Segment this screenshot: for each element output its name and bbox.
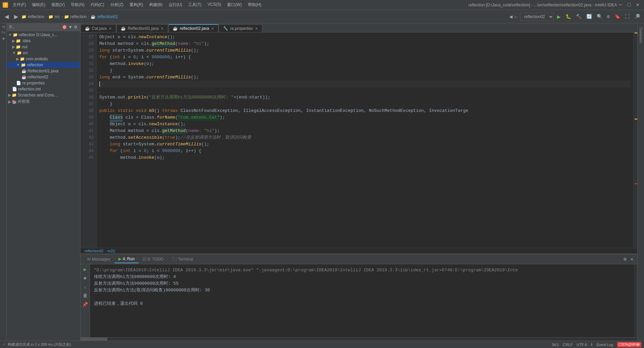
nav-back-button[interactable]: ◀: [3, 12, 11, 21]
tree-item-src[interactable]: ▼ 📁 src: [7, 50, 80, 56]
breadcrumb-src[interactable]: src: [55, 14, 60, 19]
run-scrollbar[interactable]: [634, 264, 637, 337]
hscroll-thumb[interactable]: [80, 338, 107, 341]
tab-close-r01[interactable]: ✕: [161, 26, 164, 31]
bc-m2[interactable]: m2(): [108, 249, 115, 253]
messages-label: Messages: [92, 257, 110, 262]
close-button[interactable]: ✕: [634, 2, 641, 8]
window-controls: ─ □ ✕: [617, 2, 641, 8]
menu-analyze[interactable]: 分析(Z): [108, 1, 126, 8]
code-editor[interactable]: 27 28 29 30 31 32 33 34 35 36 37 38 39 4…: [80, 32, 637, 248]
scroll-to-end-button[interactable]: ↓: [83, 283, 87, 291]
menu-file[interactable]: 文件(F): [10, 1, 29, 8]
tab-close-r02[interactable]: ✕: [211, 26, 214, 31]
encoding[interactable]: UTF-8: [577, 343, 587, 347]
menu-build[interactable]: 构建(B): [147, 1, 165, 8]
maximize-button[interactable]: □: [626, 2, 633, 8]
bookmark-button[interactable]: 🔖: [613, 13, 622, 20]
tree-item-reprops[interactable]: 📄 re.properties: [7, 80, 80, 86]
bc-reflection02[interactable]: reflection02: [85, 249, 104, 253]
menu-view[interactable]: 视图(V): [49, 1, 67, 8]
locate-icon[interactable]: 🎯: [62, 25, 67, 29]
bottom-tab-messages[interactable]: ✉ Messages: [83, 256, 114, 263]
tree-item-out[interactable]: ▶ 📁 out: [7, 44, 80, 50]
rerun-button[interactable]: ▶: [83, 266, 87, 273]
menu-edit[interactable]: 编辑(E): [29, 1, 48, 8]
line-separator[interactable]: CRLF: [563, 343, 573, 347]
settings-icon[interactable]: ⚙: [622, 256, 628, 263]
database-label[interactable]: Database: [638, 25, 644, 46]
tab-reflection02[interactable]: ☕ reflection02.java ✕: [168, 24, 218, 32]
tab-reflection01[interactable]: ☕ Reflection01.java ✕: [116, 24, 168, 32]
menu-run[interactable]: 运行(U): [166, 1, 185, 8]
notification-icon: ℹ: [591, 342, 592, 347]
gear-icon[interactable]: ⚙: [74, 25, 77, 29]
event-log[interactable]: Event Log: [596, 343, 613, 347]
breadcrumb-reflection2[interactable]: reflection: [70, 14, 87, 19]
tab-reprops[interactable]: 🔧 re.properties ✕: [219, 24, 262, 32]
nav-back-icon[interactable]: ◀: [509, 13, 513, 20]
tab-close-cat[interactable]: ✕: [109, 26, 112, 31]
left-side-panel: P Z ★: [0, 23, 7, 341]
run-horizontal-scrollbar[interactable]: [80, 337, 637, 341]
favorites-icon[interactable]: ★: [0, 35, 6, 42]
tab-close-prop[interactable]: ✕: [255, 26, 258, 31]
breadcrumb-file-icon: ☕: [91, 14, 96, 19]
collapse-icon[interactable]: ▼: [68, 25, 72, 29]
pin-output-button[interactable]: 📌: [81, 301, 89, 308]
tree-label-reprops: re.properties: [22, 81, 45, 85]
menu-refactor[interactable]: 重构(R): [127, 1, 146, 8]
menu-code[interactable]: 代码(C): [88, 1, 107, 8]
debug-button[interactable]: 🐛: [564, 13, 573, 20]
tab-cat-java[interactable]: ☕ Cat.java ✕: [80, 24, 116, 32]
toolbar-right: ◀ ▶ reflection02 ▶ 🐛 🔨 🔄 🔍 ⚙ 🔖 ⛶ 🔎: [509, 12, 641, 21]
tree-item-reflection[interactable]: ▼ 📁 reflection: [7, 62, 80, 68]
breadcrumb-file[interactable]: reflection02: [97, 14, 118, 19]
tree-label-out: out: [22, 45, 28, 49]
tree-item-external[interactable]: ▶ 📚 外部库: [7, 98, 80, 105]
todo-label: 6: TODO: [148, 257, 164, 262]
run-button[interactable]: ▶: [556, 12, 562, 21]
bottom-tab-terminal[interactable]: ⬛ Terminal: [168, 256, 197, 263]
tree-item-idea[interactable]: ▶ 📁 .idea: [7, 38, 80, 44]
bottom-tab-run[interactable]: ▶ 4: Run: [114, 255, 139, 263]
code-line-38: ● public static void m3() throws ClassNo…: [99, 108, 631, 114]
tree-item-reflection01[interactable]: ☕ Reflection01.java: [7, 68, 80, 74]
minimize-button[interactable]: ─: [617, 2, 624, 8]
run-output-line1: 传统方法调用hi方法90000000次用时: 4: [94, 274, 630, 280]
structure-icon[interactable]: Z: [0, 30, 6, 34]
cursor-position[interactable]: 34:1: [552, 343, 559, 347]
tree-item-scratches[interactable]: ▶ 📁 Scratches and Cons...: [7, 92, 80, 98]
tree-item-reflection02[interactable]: ☕ reflection02: [7, 74, 80, 80]
code-line-31: method.invoke(o);: [99, 61, 631, 67]
tree-item-reflection-root[interactable]: ▼ 📁 reflection D:\Java_c...: [7, 32, 80, 38]
nav-forward-button[interactable]: ▶: [12, 12, 20, 21]
breadcrumb-reflection-label[interactable]: reflection: [28, 14, 44, 19]
run-config-dropdown[interactable]: reflection02: [520, 13, 554, 21]
settings-button[interactable]: ⚙: [606, 13, 611, 20]
clear-output-button[interactable]: 🗑: [82, 292, 89, 299]
menu-help[interactable]: 帮助(H): [245, 1, 264, 8]
code-line-29: long start=System.currentTimeMillis();: [99, 47, 631, 54]
search-button[interactable]: 🔎: [633, 13, 641, 20]
build-button[interactable]: 🔨: [575, 13, 583, 20]
folder-icon-reflection-pkg: 📁: [21, 63, 26, 67]
project-icon[interactable]: P: [0, 25, 6, 29]
code-content[interactable]: Object o = cls.newInstance(); Method met…: [97, 32, 633, 248]
search-everywhere-button[interactable]: 🔍: [595, 13, 604, 20]
tree-item-com-xmtedu[interactable]: ▶ 📁 com.xmtedu: [7, 56, 80, 62]
rebuild-button[interactable]: 🔄: [585, 13, 593, 20]
menu-vcs[interactable]: VCS(S): [205, 1, 224, 8]
stop-button[interactable]: ■: [83, 275, 87, 282]
menu-tools[interactable]: 工具(T): [185, 1, 204, 8]
fullscreen-button[interactable]: ⛶: [624, 13, 631, 20]
nav-fwd-icon[interactable]: ▶: [515, 13, 518, 20]
menu-nav[interactable]: 导航(N): [68, 1, 87, 8]
build-status[interactable]: 构建成功完成 in 1 s 289 ms (片刻之前): [8, 342, 71, 347]
tree-item-iml[interactable]: 📄 reflection.iml: [7, 86, 80, 92]
tree-label-scratches: Scratches and Cons...: [18, 93, 57, 97]
menu-window[interactable]: 窗口(W): [224, 1, 244, 8]
close-bottom-icon[interactable]: ✕: [629, 256, 635, 263]
breadcrumb-reflection[interactable]: 📁: [21, 14, 26, 19]
bottom-tab-todo[interactable]: ☑ 6: TODO: [139, 256, 168, 263]
